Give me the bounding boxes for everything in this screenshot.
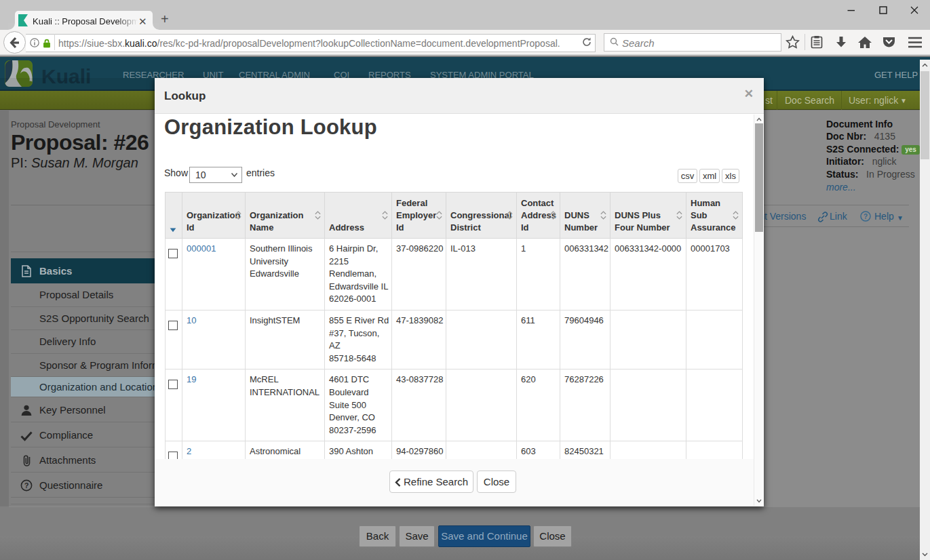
svg-text:?: ? bbox=[864, 213, 868, 220]
